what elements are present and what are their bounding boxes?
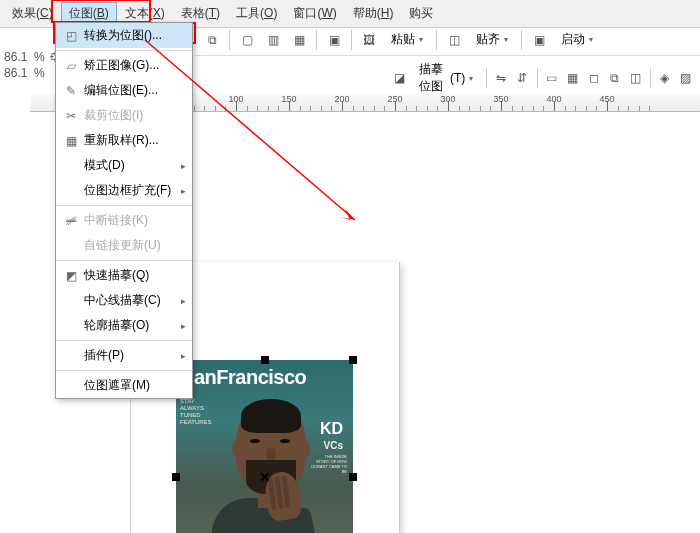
dd-label: 模式(D) <box>80 157 181 174</box>
blank-icon <box>62 348 80 364</box>
dd-label: 转换为位图()... <box>80 27 186 44</box>
shape-outline-icon[interactable]: ◻ <box>585 67 602 89</box>
ruler-tick-label: 350 <box>493 94 508 104</box>
picture-icon[interactable]: 🖼 <box>358 29 380 51</box>
dd-label: 快速描摹(Q) <box>80 267 186 284</box>
dd-item[interactable]: ▦重新取样(R)... <box>56 128 192 153</box>
blank-icon <box>62 183 80 199</box>
dd-item: ⧣中断链接(K) <box>56 208 192 233</box>
dd-item[interactable]: ✎编辑位图(E)... <box>56 78 192 103</box>
dd-label: 裁剪位图(I) <box>80 107 186 124</box>
dd-item[interactable]: 位图遮罩(M) <box>56 373 192 398</box>
dd-item: 自链接更新(U) <box>56 233 192 258</box>
menu-window[interactable]: 窗口(W) <box>285 2 344 25</box>
selected-image[interactable]: anFrancisco STAY ALWAYS TUNED FEATURES K… <box>176 360 353 533</box>
trace-combo[interactable]: 描摹位图(T)▾ <box>412 58 480 98</box>
bitmap-dropdown: ◰转换为位图()...▱矫正图像(G)...✎编辑位图(E)...✂裁剪位图(I… <box>55 22 193 399</box>
trace-icon: ◩ <box>62 268 80 284</box>
transparency-icon[interactable]: ◈ <box>656 67 673 89</box>
dd-item[interactable]: 中心线描摹(C)▸ <box>56 288 192 313</box>
dd-label: 中心线描摹(C) <box>80 292 181 309</box>
shape-rect-icon[interactable]: ▭ <box>543 67 560 89</box>
submenu-arrow-icon: ▸ <box>181 321 186 331</box>
menu-effects[interactable]: 效果(C) <box>4 2 61 25</box>
menu-buy[interactable]: 购买 <box>401 2 441 25</box>
grid-icon[interactable]: ▦ <box>288 29 310 51</box>
convert-bitmap-icon: ◰ <box>62 28 80 44</box>
dd-label: 自链接更新(U) <box>80 237 186 254</box>
ruler-tick-label: 200 <box>334 94 349 104</box>
dd-label: 位图边框扩充(F) <box>80 182 181 199</box>
paste-combo[interactable]: 粘贴▾ <box>384 28 430 51</box>
envelope-icon[interactable]: ◫ <box>627 67 644 89</box>
edit-bitmap-icon: ✎ <box>62 83 80 99</box>
shape-fill-icon[interactable]: ▦ <box>564 67 581 89</box>
dd-item[interactable]: 轮廓描摹(O)▸ <box>56 313 192 338</box>
dd-item[interactable]: 模式(D)▸ <box>56 153 192 178</box>
snap-object-icon[interactable]: ⧉ <box>201 29 223 51</box>
blank-icon <box>62 238 80 254</box>
align-combo[interactable]: 贴齐▾ <box>469 28 515 51</box>
dd-label: 位图遮罩(M) <box>80 377 186 394</box>
bounding-icon[interactable]: ▢ <box>236 29 258 51</box>
blank-icon <box>62 318 80 334</box>
submenu-arrow-icon: ▸ <box>181 351 186 361</box>
break-link-icon: ⧣ <box>62 213 80 229</box>
dd-label: 重新取样(R)... <box>80 132 186 149</box>
submenu-arrow-icon: ▸ <box>181 186 186 196</box>
dd-label: 编辑位图(E)... <box>80 82 186 99</box>
toolbar-top: ⧉ ▢ ▥ ▦ ▣ 🖼 粘贴▾ ◫ 贴齐▾ ▣ 启动▾ <box>195 24 700 56</box>
reflect-h-icon[interactable]: ⇋ <box>493 67 510 89</box>
resample-icon: ▦ <box>62 133 80 149</box>
dd-item[interactable]: ▱矫正图像(G)... <box>56 53 192 78</box>
effects-icon[interactable]: ▨ <box>677 67 694 89</box>
ruler-tick-label: 250 <box>387 94 402 104</box>
launch-combo[interactable]: 启动▾ <box>554 28 600 51</box>
ruler-tick-label: 150 <box>281 94 296 104</box>
ruler-tick-label: 100 <box>228 94 243 104</box>
dd-item[interactable]: ◰转换为位图()... <box>56 23 192 48</box>
ruler-tick-label: 300 <box>440 94 455 104</box>
dd-label: 轮廓描摹(O) <box>80 317 181 334</box>
edit-bitmap-btn[interactable]: ◪ <box>391 67 408 89</box>
launch-icon[interactable]: ▣ <box>528 29 550 51</box>
blank-icon <box>62 158 80 174</box>
crop-icon: ✂ <box>62 108 80 124</box>
coord-y: 86.1 <box>4 66 27 82</box>
dd-label: 插件(P) <box>80 347 181 364</box>
handle-mid-left[interactable] <box>172 473 180 481</box>
crop-icon[interactable]: ⧉ <box>606 67 623 89</box>
portrait <box>218 402 328 533</box>
submenu-arrow-icon: ▸ <box>181 161 186 171</box>
blank-icon <box>62 378 80 394</box>
dd-item[interactable]: 插件(P)▸ <box>56 343 192 368</box>
menu-help[interactable]: 帮助(H) <box>345 2 402 25</box>
menu-tools[interactable]: 工具(O) <box>228 2 285 25</box>
dd-item: ✂裁剪位图(I) <box>56 103 192 128</box>
handle-top-mid[interactable] <box>261 356 269 364</box>
blank-icon <box>62 293 80 309</box>
submenu-arrow-icon: ▸ <box>181 296 186 306</box>
center-marker[interactable] <box>260 472 270 482</box>
ruler-tick-label: 400 <box>546 94 561 104</box>
dd-item[interactable]: ◩快速描摹(Q) <box>56 263 192 288</box>
frame-icon[interactable]: ▣ <box>323 29 345 51</box>
ruler-tick-label: 450 <box>599 94 614 104</box>
handle-top-right[interactable] <box>349 356 357 364</box>
dd-label: 矫正图像(G)... <box>80 57 186 74</box>
magazine-cover: anFrancisco STAY ALWAYS TUNED FEATURES K… <box>176 360 353 533</box>
coord-panel: 86.1 86.1 <box>4 50 27 81</box>
coord-x: 86.1 <box>4 50 27 66</box>
dd-item[interactable]: 位图边框扩充(F)▸ <box>56 178 192 203</box>
magazine-side-text: STAY ALWAYS TUNED FEATURES <box>180 398 208 426</box>
column-icon[interactable]: ▥ <box>262 29 284 51</box>
handle-mid-right[interactable] <box>349 473 357 481</box>
snap-icon[interactable]: ◫ <box>443 29 465 51</box>
dd-label: 中断链接(K) <box>80 212 186 229</box>
reflect-v-icon[interactable]: ⇵ <box>514 67 531 89</box>
magazine-title: anFrancisco <box>194 366 306 389</box>
straighten-icon: ▱ <box>62 58 80 74</box>
